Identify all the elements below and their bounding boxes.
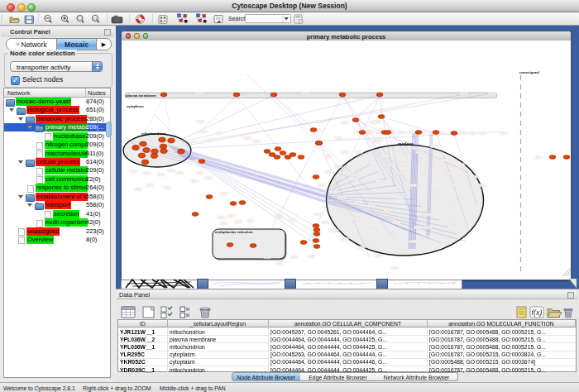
svg-text:mitochondrion: mitochondrion — [141, 131, 166, 136]
svg-text:f(x): f(x) — [532, 308, 543, 317]
svg-text:cytoplasm: cytoplasm — [127, 104, 144, 108]
svg-text:1:1: 1:1 — [93, 17, 98, 21]
svg-text:plasma membrane: plasma membrane — [126, 93, 156, 98]
svg-text:endoplasmic reticulum: endoplasmic reticulum — [215, 230, 253, 234]
svg-text:nucleus: nucleus — [398, 141, 414, 146]
svg-text:unassigned: unassigned — [519, 70, 539, 74]
